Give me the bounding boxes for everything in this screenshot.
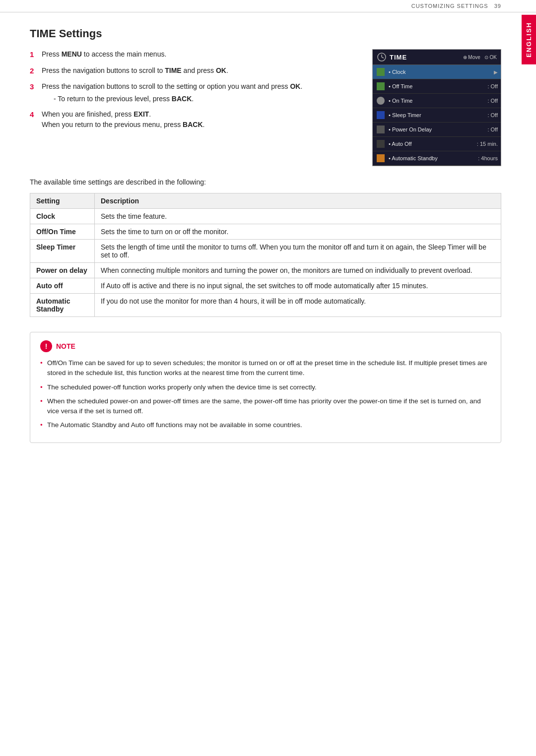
- osd-arrow-clock: ▶: [494, 69, 498, 75]
- setting-powerondelay: Power on delay: [30, 263, 95, 278]
- note-item-2: The scheduled power-off function works p…: [40, 382, 491, 392]
- table-row: AutomaticStandby If you do not use the m…: [30, 294, 501, 317]
- clock-icon: [377, 52, 387, 62]
- osd-controls: ⊕ Move ⊙ OK: [463, 55, 497, 60]
- note-icon: !: [40, 340, 52, 352]
- osd-icon-autooff: [376, 139, 386, 149]
- osd-value-autostandby: : 4hours: [478, 155, 498, 161]
- osd-row-clock: • Clock ▶: [373, 65, 501, 79]
- table-row: Auto off If Auto off is active and there…: [30, 278, 501, 294]
- desc-autooff: If Auto off is active and there is no in…: [95, 278, 501, 294]
- osd-icon-clock: [376, 67, 386, 77]
- desc-offontime: Sets the time to turn on or off the moni…: [95, 224, 501, 240]
- settings-table: Setting Description Clock Sets the time …: [30, 193, 501, 317]
- page-number: 39: [494, 3, 501, 9]
- osd-value-autooff: : 15 min.: [477, 141, 498, 147]
- osd-icon-offtime: [376, 81, 386, 91]
- osd-label-sleeptimer: • Sleep Timer: [389, 112, 484, 118]
- note-list: Off/On Time can be saved for up to seven…: [40, 358, 491, 431]
- main-content: TIME Settings 1 Press MENU to access the…: [0, 12, 536, 458]
- note-box: ! NOTE Off/On Time can be saved for up t…: [30, 332, 501, 443]
- osd-move-label: ⊕ Move: [463, 55, 480, 60]
- osd-row-powerondelay: • Power On Delay : Off: [373, 123, 501, 137]
- step-list: 1 Press MENU to access the main menus. 2…: [30, 49, 357, 130]
- osd-row-autooff: • Auto Off : 15 min.: [373, 137, 501, 151]
- setting-clock: Clock: [30, 209, 95, 224]
- page-title: TIME Settings: [30, 27, 501, 40]
- osd-row-autostandby: • Automatic Standby : 4hours: [373, 151, 501, 166]
- note-item-3: When the scheduled power-on and power-of…: [40, 396, 491, 417]
- osd-label-powerondelay: • Power On Delay: [389, 126, 484, 132]
- osd-header-left: TIME: [377, 52, 407, 62]
- step-4: 4 When you are finished, press EXIT. Whe…: [30, 109, 357, 130]
- table-header-description: Description: [95, 193, 501, 209]
- desc-powerondelay: When connecting multiple monitors and tu…: [95, 263, 501, 278]
- osd-header: TIME ⊕ Move ⊙ OK: [373, 50, 501, 65]
- step-3-sub: - To return to the previous level, press…: [54, 94, 302, 104]
- osd-value-powerondelay: : Off: [487, 126, 498, 132]
- osd-icon-sleeptimer: [376, 110, 386, 120]
- section-title: CUSTOMIZING SETTINGS: [411, 3, 488, 9]
- osd-value-offtime: : Off: [487, 83, 498, 89]
- osd-label-clock: • Clock: [389, 69, 491, 75]
- language-tab: ENGLISH: [522, 15, 536, 64]
- osd-ok-label: ⊙ OK: [484, 55, 497, 60]
- table-row: Sleep Timer Sets the length of time unti…: [30, 240, 501, 263]
- intro-section: 1 Press MENU to access the main menus. 2…: [30, 49, 501, 166]
- osd-row-ontime: • On Time : Off: [373, 94, 501, 108]
- desc-autostandby: If you do not use the monitor for more t…: [95, 294, 501, 317]
- osd-row-offtime: • Off Time : Off: [373, 79, 501, 94]
- note-item-4: The Automatic Standby and Auto off funct…: [40, 420, 491, 430]
- table-header-setting: Setting: [30, 193, 95, 209]
- instructions: 1 Press MENU to access the main menus. 2…: [30, 49, 357, 135]
- setting-sleeptimer: Sleep Timer: [30, 240, 95, 263]
- osd-row-sleeptimer: • Sleep Timer : Off: [373, 108, 501, 123]
- table-row: Off/On Time Sets the time to turn on or …: [30, 224, 501, 240]
- osd-label-offtime: • Off Time: [389, 83, 484, 89]
- note-header: ! NOTE: [40, 340, 491, 352]
- note-title: NOTE: [56, 342, 75, 350]
- osd-rows: • Clock ▶ • Off Time : Off • On Ti: [373, 65, 501, 166]
- table-row: Clock Sets the time feature.: [30, 209, 501, 224]
- step-2: 2 Press the navigation buttons to scroll…: [30, 65, 357, 77]
- osd-icon-powerondelay: [376, 125, 386, 134]
- osd-panel: TIME ⊕ Move ⊙ OK • Clock ▶: [372, 49, 501, 166]
- table-row: Power on delay When connecting multiple …: [30, 263, 501, 278]
- svg-line-2: [382, 57, 384, 58]
- setting-autooff: Auto off: [30, 278, 95, 294]
- setting-offontime: Off/On Time: [30, 224, 95, 240]
- available-note: The available time settings are describe…: [30, 178, 501, 186]
- osd-title: TIME: [390, 54, 407, 61]
- note-item-1: Off/On Time can be saved for up to seven…: [40, 358, 491, 378]
- osd-value-sleeptimer: : Off: [487, 112, 498, 118]
- step-1: 1 Press MENU to access the main menus.: [30, 49, 357, 61]
- setting-autostandby: AutomaticStandby: [30, 294, 95, 317]
- osd-label-autostandby: • Automatic Standby: [389, 155, 475, 161]
- desc-sleeptimer: Sets the length of time until the monito…: [95, 240, 501, 263]
- osd-label-ontime: • On Time: [389, 98, 484, 104]
- osd-label-autooff: • Auto Off: [389, 141, 474, 147]
- osd-icon-autostandby: [376, 153, 386, 163]
- osd-value-ontime: : Off: [487, 98, 498, 104]
- page-header: CUSTOMIZING SETTINGS 39: [0, 0, 536, 12]
- step-3: 3 Press the navigation buttons to scroll…: [30, 81, 357, 104]
- osd-icon-ontime: [376, 96, 386, 106]
- desc-clock: Sets the time feature.: [95, 209, 501, 224]
